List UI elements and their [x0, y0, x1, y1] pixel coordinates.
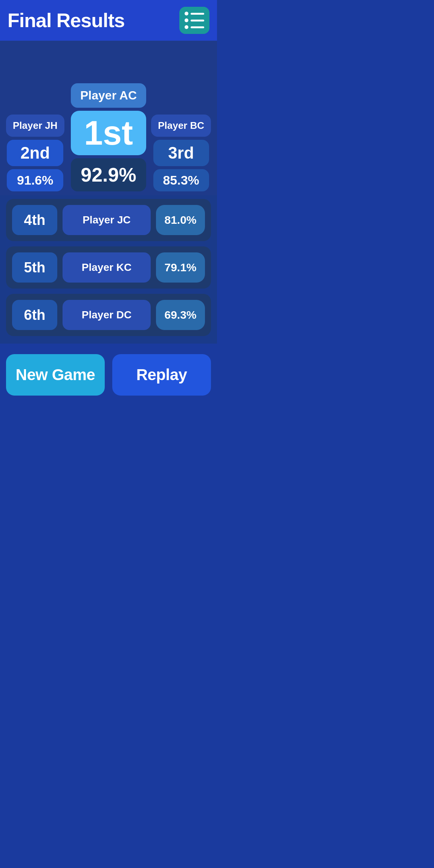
- menu-line-icon-2: [191, 20, 204, 21]
- third-score: 85.3%: [153, 169, 209, 191]
- menu-icon-row-3: [185, 25, 204, 29]
- player-name-4: Player JC: [63, 205, 151, 235]
- score-badge-5: 79.1%: [156, 252, 205, 283]
- header: Final Results: [0, 0, 217, 41]
- player-name-6: Player DC: [63, 300, 151, 330]
- menu-line-icon: [191, 13, 204, 15]
- second-score: 91.6%: [7, 169, 63, 191]
- result-row-6: 6thPlayer DC69.3%: [6, 294, 211, 336]
- first-player-name: Player AC: [71, 83, 146, 108]
- rank-badge-6: 6th: [12, 300, 57, 330]
- rank-badge-4: 4th: [12, 205, 57, 235]
- results-list: 4thPlayer JC81.0%5thPlayer KC79.1%6thPla…: [0, 195, 217, 344]
- rank-badge-5: 5th: [12, 252, 57, 283]
- menu-icon-row-2: [185, 18, 204, 22]
- score-badge-6: 69.3%: [156, 300, 205, 330]
- third-rank: 3rd: [153, 140, 209, 166]
- replay-button[interactable]: Replay: [112, 354, 211, 396]
- menu-line-icon-3: [191, 26, 204, 28]
- menu-dot-icon: [185, 12, 188, 15]
- podium-top: Player JH 2nd 91.6% Player AC 1st 92.9% …: [6, 48, 211, 191]
- result-row-5: 5thPlayer KC79.1%: [6, 246, 211, 289]
- first-rank: 1st: [71, 111, 146, 155]
- result-row-4: 4thPlayer JC81.0%: [6, 199, 211, 241]
- menu-dot-icon-3: [185, 25, 188, 29]
- podium-third-place: Player BC 3rd 85.3%: [151, 115, 211, 191]
- second-rank: 2nd: [7, 140, 63, 166]
- menu-dot-icon-2: [185, 18, 188, 22]
- podium-second-place: Player JH 2nd 91.6%: [6, 115, 64, 191]
- first-score: 92.9%: [71, 158, 146, 191]
- page-title: Final Results: [8, 9, 125, 32]
- podium-first-place: Player AC 1st 92.9%: [71, 83, 146, 191]
- footer-buttons: New Game Replay: [0, 344, 217, 408]
- menu-icon-row: [185, 12, 204, 15]
- player-name-5: Player KC: [63, 252, 151, 283]
- menu-button[interactable]: [179, 7, 209, 34]
- second-player-name: Player JH: [6, 115, 64, 137]
- third-player-name: Player BC: [151, 115, 211, 137]
- score-badge-4: 81.0%: [156, 205, 205, 235]
- new-game-button[interactable]: New Game: [6, 354, 105, 396]
- podium-area: Player JH 2nd 91.6% Player AC 1st 92.9% …: [0, 41, 217, 195]
